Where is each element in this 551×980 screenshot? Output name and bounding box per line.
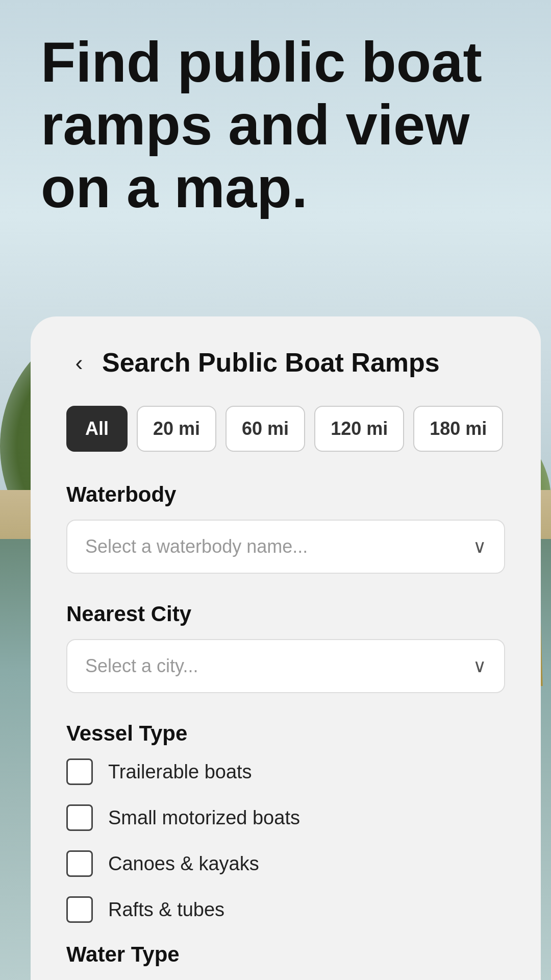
small-motorized-label: Small motorized boats: [108, 807, 300, 829]
card-header: ‹ Search Public Boat Ramps: [66, 347, 505, 378]
waterbody-dropdown[interactable]: Select a waterbody name... ∨: [66, 520, 505, 574]
nearest-city-chevron-icon: ∨: [473, 655, 486, 677]
canoes-kayaks-label: Canoes & kayaks: [108, 853, 259, 875]
search-card: ‹ Search Public Boat Ramps All 20 mi 60 …: [31, 316, 541, 980]
waterbody-chevron-icon: ∨: [473, 536, 486, 557]
rafts-tubes-checkbox[interactable]: [66, 896, 93, 923]
trailerable-checkbox[interactable]: [66, 758, 93, 785]
canoes-kayaks-checkbox[interactable]: [66, 850, 93, 877]
nearest-city-label: Nearest City: [66, 602, 505, 626]
water-type-label: Water Type: [66, 942, 505, 967]
filter-120mi[interactable]: 120 mi: [314, 406, 404, 452]
rafts-tubes-label: Rafts & tubes: [108, 899, 224, 921]
vessel-rafts-tubes[interactable]: Rafts & tubes: [66, 896, 505, 923]
trailerable-label: Trailerable boats: [108, 761, 252, 783]
nearest-city-section: Nearest City Select a city... ∨: [66, 602, 505, 693]
vessel-type-section: Vessel Type Trailerable boats Small moto…: [66, 721, 505, 923]
hero-headline-container: Find public boat ramps and view on a map…: [41, 31, 510, 219]
filter-180mi[interactable]: 180 mi: [413, 406, 503, 452]
back-icon: ‹: [76, 351, 83, 374]
back-button[interactable]: ‹: [66, 350, 92, 375]
vessel-trailerable[interactable]: Trailerable boats: [66, 758, 505, 785]
filter-20mi[interactable]: 20 mi: [137, 406, 216, 452]
hero-headline: Find public boat ramps and view on a map…: [41, 31, 510, 219]
filter-all[interactable]: All: [66, 406, 128, 452]
filter-60mi[interactable]: 60 mi: [226, 406, 305, 452]
nearest-city-dropdown[interactable]: Select a city... ∨: [66, 639, 505, 693]
card-title: Search Public Boat Ramps: [102, 347, 440, 378]
distance-filter-group: All 20 mi 60 mi 120 mi 180 mi: [66, 406, 505, 452]
nearest-city-placeholder: Select a city...: [85, 655, 198, 677]
waterbody-section: Waterbody Select a waterbody name... ∨: [66, 482, 505, 574]
vessel-small-motorized[interactable]: Small motorized boats: [66, 804, 505, 831]
waterbody-placeholder: Select a waterbody name...: [85, 536, 308, 557]
waterbody-label: Waterbody: [66, 482, 505, 507]
vessel-type-label: Vessel Type: [66, 721, 505, 746]
vessel-canoes-kayaks[interactable]: Canoes & kayaks: [66, 850, 505, 877]
small-motorized-checkbox[interactable]: [66, 804, 93, 831]
